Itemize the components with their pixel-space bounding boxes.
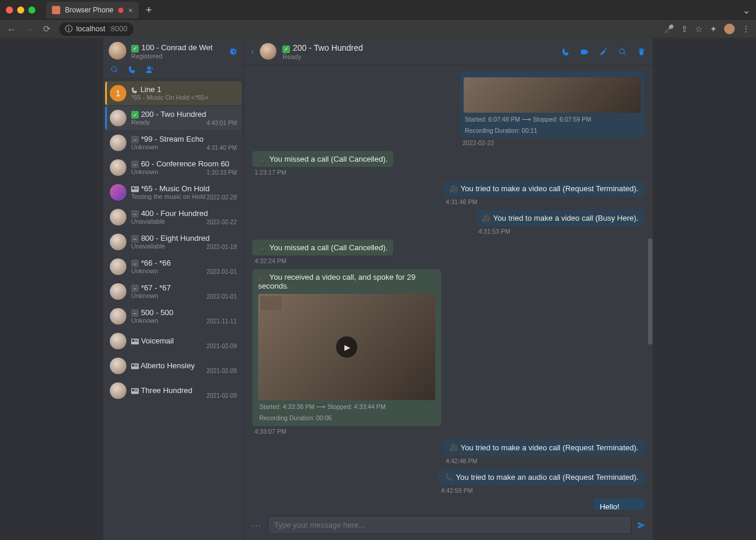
conversation-item[interactable]: – *66 - *66 Unknown 2022-01-01 (105, 255, 242, 279)
svg-rect-14 (135, 390, 138, 390)
tabs-overflow-button[interactable]: ⌄ (742, 5, 750, 16)
svg-rect-5 (132, 339, 135, 342)
forward-button[interactable]: → (24, 24, 34, 34)
extensions-icon[interactable]: ✦ (710, 24, 717, 34)
search-chat-button[interactable] (618, 47, 627, 56)
conversation-item[interactable]: Voicemail 2021-02-09 (105, 329, 242, 353)
back-button-chat[interactable]: ‹ (251, 46, 254, 57)
conversation-title: *67 - *67 (141, 283, 171, 292)
video-meta-line: Started: 6:07:48 PM ⟶ Stopped: 6:07:59 P… (464, 113, 641, 124)
conversation-avatar (110, 382, 126, 399)
new-tab-button[interactable]: + (146, 4, 152, 17)
conversation-item[interactable]: Alberto Hensley 2021-02-09 (105, 354, 242, 378)
conversation-item[interactable]: – 500 - 500 Unknown 2021-11-11 (105, 305, 242, 328)
user-avatar[interactable] (109, 42, 126, 60)
browser-tab[interactable]: Browser Phone × (46, 2, 139, 18)
message-text: You tried to make a video call (Busy Her… (493, 214, 638, 222)
message-text: You tried to make a video call (Request … (461, 184, 638, 193)
bookmark-icon[interactable]: ☆ (695, 24, 703, 34)
message-item: 🎥You tried to make a video call (Request… (444, 181, 644, 205)
search-button[interactable] (110, 64, 119, 74)
settings-button[interactable] (230, 46, 238, 55)
url-port: :8000 (109, 25, 127, 33)
svg-rect-13 (132, 389, 135, 391)
conversation-avatar (110, 258, 126, 275)
date-separator: 2022-02-22 (460, 138, 644, 146)
conversation-avatar (110, 135, 126, 151)
conversation-avatar (110, 184, 126, 201)
browser-menu-button[interactable]: ⋮ (742, 24, 750, 34)
profile-avatar[interactable] (724, 24, 735, 34)
user-title: 100 - Conrad de Wet (141, 43, 212, 52)
conversation-avatar (110, 110, 126, 126)
message-text: You missed a call (Call Cancelled). (269, 155, 387, 163)
svg-rect-1 (132, 187, 135, 189)
message-item: 📞You missed a call (Call Cancelled). 4:3… (252, 240, 393, 264)
message-composer: ⋯ (244, 510, 653, 540)
conversation-item[interactable]: – 400 - Four Hundred Unavailable 2022-02… (105, 205, 242, 229)
conversation-time: 4:31:40 PM (207, 145, 237, 151)
message-time: 4:31:46 PM (444, 197, 644, 205)
composer-more-button[interactable]: ⋯ (251, 519, 262, 532)
message-list[interactable]: Started: 6:07:48 PM ⟶ Stopped: 6:07:59 P… (244, 66, 653, 510)
conversation-item[interactable]: ✓ 200 - Two Hundred Ready 4:43:01 PM (105, 106, 242, 130)
tab-close-button[interactable]: × (128, 6, 133, 15)
conversation-title: *66 - *66 (141, 258, 171, 267)
minimize-window-button[interactable] (17, 6, 24, 14)
delete-button[interactable] (637, 47, 646, 56)
address-bar[interactable]: ⓘ localhost:8000 (59, 22, 133, 36)
message-input[interactable] (268, 516, 631, 534)
conversation-time: 2021-11-11 (207, 318, 237, 325)
conversation-title: Line 1 (141, 85, 161, 94)
message-time: 1:23:17 PM (252, 167, 393, 176)
message-time: 4:32:24 PM (252, 256, 393, 264)
conversation-item[interactable]: Three Hundred 2021-02-09 (105, 379, 242, 402)
conversation-item[interactable]: *65 - Music On Hold Testing the music on… (105, 181, 242, 204)
message-time: 4:31:53 PM (476, 226, 644, 235)
svg-rect-10 (135, 365, 138, 365)
chat-presence-icon: ✓ (282, 45, 290, 53)
conversation-time: 2021-02-09 (207, 368, 237, 374)
svg-rect-11 (135, 366, 138, 366)
conversation-time: 2022-01-18 (207, 244, 237, 250)
conversation-item[interactable]: – *99 - Stream Echo Unknown 4:31:40 PM (105, 131, 242, 155)
chat-avatar[interactable] (260, 43, 276, 60)
maximize-window-button[interactable] (28, 6, 35, 14)
video-thumbnail[interactable] (464, 77, 641, 113)
play-button[interactable] (336, 336, 357, 358)
svg-rect-7 (135, 341, 138, 342)
video-thumbnail[interactable] (258, 294, 435, 400)
video-call-button[interactable] (581, 47, 589, 56)
close-window-button[interactable] (6, 6, 13, 14)
conversation-avatar (110, 234, 126, 250)
conversation-list[interactable]: 1 Line 1 *65 - Music On Hold <*65> ✓ 200… (103, 79, 243, 540)
add-contact-button[interactable] (146, 64, 154, 74)
share-icon[interactable]: ⇪ (681, 24, 688, 34)
site-info-icon[interactable]: ⓘ (65, 24, 73, 34)
mic-icon[interactable]: 🎤 (664, 24, 674, 34)
conversation-title: *99 - Stream Echo (141, 135, 204, 143)
message-text: You tried to make an audio call (Request… (456, 473, 638, 482)
call-status-icon: 📞 (258, 155, 267, 163)
sidebar: ✓ 100 - Conrad de Wet Registered 1 Line … (103, 38, 244, 540)
favicon (52, 6, 60, 14)
browser-toolbar: ← → ⟳ ⓘ localhost:8000 🎤 ⇪ ☆ ✦ ⋮ (0, 20, 756, 38)
audio-call-button[interactable] (562, 47, 570, 56)
sidebar-toolbar (103, 62, 243, 79)
conversation-item[interactable]: – *67 - *67 Unknown 2022-01-01 (105, 280, 242, 303)
conversation-item[interactable]: 1 Line 1 *65 - Music On Hold <*65> (105, 81, 242, 105)
edit-button[interactable] (599, 47, 608, 56)
scrollbar-thumb[interactable] (648, 238, 653, 345)
conversation-item[interactable]: – 800 - Eight Hundred Unavailable 2022-0… (105, 230, 242, 254)
call-status-icon: 🎥 (449, 185, 458, 193)
conversation-time: 2022-01-01 (207, 293, 237, 300)
dial-button[interactable] (128, 64, 136, 74)
conversation-title: Voicemail (141, 336, 174, 345)
send-button[interactable] (637, 520, 646, 531)
reload-button[interactable]: ⟳ (41, 24, 52, 34)
message-video-received: 🎥You received a video call, and spoke fo… (252, 269, 441, 435)
video-meta-line: Recording Duration: 00:06 (258, 411, 435, 423)
back-button[interactable]: ← (6, 24, 17, 34)
browser-titlebar: Browser Phone × + ⌄ (0, 0, 756, 20)
conversation-item[interactable]: – 60 - Conference Room 60 Unknown 1:20:3… (105, 156, 242, 179)
